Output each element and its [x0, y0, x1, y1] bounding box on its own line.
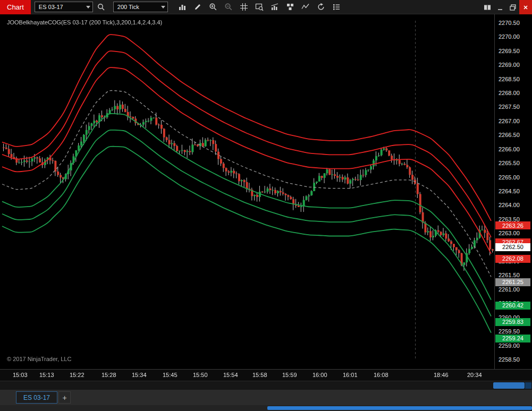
price-tick: 2269.50 — [499, 48, 520, 54]
grid-icon[interactable] — [237, 1, 251, 14]
price-tick: 2268.50 — [499, 76, 520, 82]
zoom-in-icon[interactable] — [206, 1, 221, 14]
zoom-out-icon[interactable] — [222, 1, 236, 14]
drawing-tools-icon[interactable] — [191, 1, 205, 14]
window-controls — [481, 0, 532, 14]
indicator-label[interactable]: JOOBelkhayateCOG(ES 03-17 (200 Tick),3,2… — [7, 19, 162, 25]
strategies-icon[interactable] — [283, 1, 298, 14]
price-tick: 2259.00 — [499, 343, 520, 349]
price-tick: 2262.00 — [499, 258, 520, 264]
price-tick: 2267.00 — [499, 118, 520, 124]
tab-es-03-17[interactable]: ES 03-17 — [16, 391, 57, 404]
price-tick: 2265.50 — [499, 160, 520, 166]
minimize-button[interactable] — [494, 0, 506, 14]
instrument-selector[interactable]: ES 03-17 — [35, 2, 93, 12]
link-panes-icon[interactable] — [481, 0, 494, 14]
price-tick: 2264.00 — [499, 202, 520, 208]
time-axis[interactable]: 15:0315:1315:2215:2815:3415:4515:5015:54… — [0, 369, 532, 381]
chart-area: JOOBelkhayateCOG(ES 03-17 (200 Tick),3,2… — [0, 14, 532, 369]
time-tick: 15:58 — [252, 372, 267, 378]
reload-icon[interactable] — [314, 1, 328, 14]
price-tick: 2266.00 — [499, 146, 520, 152]
price-tick: 2260.50 — [499, 300, 520, 306]
time-tick: 16:08 — [374, 372, 389, 378]
time-tick: 16:00 — [313, 372, 327, 378]
bottom-strip — [0, 405, 532, 411]
time-tick: 15:13 — [39, 372, 54, 378]
zigzag-icon[interactable] — [299, 1, 313, 14]
time-tick: 16:01 — [343, 372, 358, 378]
price-tick: 2270.00 — [499, 33, 520, 40]
chevron-down-icon — [161, 6, 165, 8]
price-tick: 2261.50 — [499, 272, 520, 278]
add-tab-button[interactable]: + — [58, 391, 71, 404]
price-axis[interactable]: 2270.502270.002269.502269.002268.502268.… — [494, 14, 532, 369]
interval-selector[interactable]: 200 Tick — [113, 2, 168, 12]
close-button[interactable] — [519, 0, 532, 14]
tab-bar: ES 03-17 + — [0, 390, 532, 405]
time-tick: 15:50 — [193, 372, 208, 378]
time-tick: 15:59 — [282, 372, 297, 378]
scrollbar-thumb[interactable] — [493, 382, 525, 389]
scrollbar-right-button[interactable] — [525, 382, 531, 389]
time-tick: 15:34 — [132, 372, 147, 378]
price-tick: 2258.50 — [499, 356, 520, 363]
data-box-icon[interactable] — [252, 1, 267, 14]
price-tick: 2260.00 — [499, 314, 520, 321]
time-tick: 15:22 — [70, 372, 85, 378]
time-tick: 15:03 — [13, 372, 28, 378]
time-tick: 20:34 — [467, 372, 482, 378]
price-tick: 2269.00 — [499, 62, 520, 68]
copyright-label: © 2017 NinjaTrader, LLC — [7, 356, 71, 362]
chart-window: Chart ES 03-17 200 Tick — [0, 0, 532, 411]
interval-value: 200 Tick — [117, 4, 139, 10]
price-chart-canvas[interactable] — [0, 14, 494, 369]
time-tick: 18:46 — [434, 372, 449, 378]
horizontal-scrollbar[interactable] — [0, 381, 532, 390]
chart-style-icon[interactable] — [175, 1, 190, 14]
price-tick: 2263.00 — [499, 230, 520, 236]
toolbar: Chart ES 03-17 200 Tick — [0, 0, 532, 14]
price-tick: 2261.00 — [499, 286, 520, 293]
properties-icon[interactable] — [330, 1, 344, 14]
price-tick: 2263.50 — [499, 216, 520, 222]
price-tick: 2267.50 — [499, 104, 520, 110]
time-tick: 15:28 — [102, 372, 116, 378]
price-tick: 2266.50 — [499, 132, 520, 138]
price-tick: 2259.50 — [499, 328, 520, 335]
price-tick: 2264.50 — [499, 188, 520, 194]
chart-menu-button[interactable]: Chart — [0, 0, 31, 14]
instrument-search-icon[interactable] — [94, 1, 108, 14]
time-tick: 15:45 — [163, 372, 178, 378]
price-tick: 2268.00 — [499, 90, 520, 96]
bottom-scrollbar[interactable] — [267, 406, 532, 410]
price-tick: 2270.50 — [499, 20, 520, 26]
chevron-down-icon — [86, 6, 90, 8]
instrument-value: ES 03-17 — [39, 4, 63, 10]
price-tick: 2262.50 — [499, 244, 520, 251]
price-tick: 2265.00 — [499, 174, 520, 181]
time-tick: 15:54 — [223, 372, 238, 378]
restore-button[interactable] — [506, 0, 519, 14]
indicators-icon[interactable] — [268, 1, 282, 14]
